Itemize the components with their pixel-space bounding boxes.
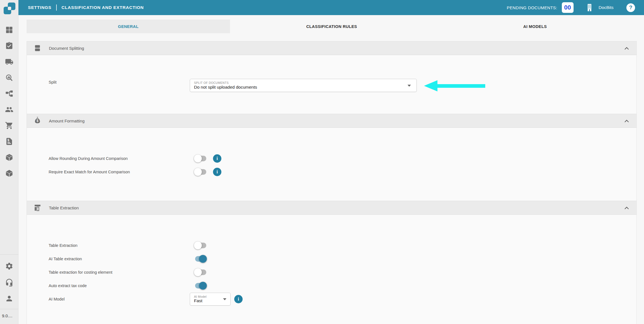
docbits-logo-icon[interactable] [4,3,15,14]
setting-row: Require Exact Match for Amount Compariso… [27,165,636,179]
purchase-cart-icon[interactable] [5,121,13,130]
splitscreen-icon [33,44,42,52]
brand-name[interactable]: DocBits [599,5,614,10]
setting-label: Auto extract tax code [49,283,87,288]
require-exact-match-toggle[interactable] [194,168,207,176]
split-field-label: Split [49,80,56,84]
breadcrumb: SETTINGS CLASSIFICATION AND EXTRACTION [28,4,144,11]
info-icon[interactable]: i [234,295,243,303]
section-body-document-splitting: Split SPLIT OF DOCUMENTS Do not split up… [27,55,636,114]
setting-row: AI Table extraction [27,252,636,266]
topbar: SETTINGS CLASSIFICATION AND EXTRACTION P… [18,0,644,15]
table-extraction-toggle[interactable] [194,242,207,249]
collapse-chevron-up-icon[interactable] [623,204,630,212]
allow-rounding-toggle[interactable] [194,155,207,162]
select-floating-label: AI Model [194,295,207,298]
chevron-down-icon [408,85,411,87]
tab-general[interactable]: GENERAL [27,20,230,33]
setting-row: Table Extraction [27,239,636,252]
search-analytics-icon[interactable] [5,74,13,82]
annotation-arrow-left-icon [424,80,485,91]
setting-row: Auto extract tax code [27,279,636,292]
pending-documents-label: PENDING DOCUMENTS: [507,5,557,10]
section-title: Table Extraction [49,205,79,210]
sidebar-divider [0,254,18,255]
ai-table-extraction-toggle[interactable] [194,255,207,263]
organization-building-icon[interactable] [586,3,593,12]
breadcrumb-settings[interactable]: SETTINGS [28,5,51,10]
settings-sections: Document Splitting Split SPLIT OF DOCUME… [27,41,637,324]
select-floating-label: SPLIT OF DOCUMENTS [194,81,229,84]
setting-row: Table extraction for costing element [27,266,636,279]
package-icon[interactable] [5,153,13,162]
section-title: Amount Formatting [49,119,85,123]
svg-text:$: $ [37,119,39,123]
setting-label: Allow Rounding During Amount Comparison [49,156,128,161]
costing-element-extraction-toggle[interactable] [194,268,207,276]
ai-model-field-label: AI Model [49,297,65,301]
profile-person-icon[interactable] [5,294,13,303]
settings-tabs: GENERAL CLASSIFICATION RULES AI MODELS [27,20,637,33]
setting-row: AI Model AI Model Fast i [27,292,636,306]
svg-text:$: $ [8,138,10,142]
chevron-down-icon [223,298,226,300]
workflow-icon[interactable] [5,89,13,98]
setting-label: Require Exact Match for Amount Compariso… [49,170,130,174]
setting-label: Table Extraction [49,243,77,248]
money-bag-icon: $ [33,117,42,125]
dashboard-icon[interactable] [5,26,13,34]
setting-row: Allow Rounding During Amount Comparison … [27,152,636,165]
topbar-actions: PENDING DOCUMENTS: 00 DocBits ? [507,2,635,13]
section-header-table-extraction[interactable]: Table Extraction [27,201,636,215]
section-body-amount-formatting: Allow Rounding During Amount Comparison … [27,128,636,201]
breadcrumb-divider [56,4,57,11]
support-headset-icon[interactable] [5,278,13,287]
package-alt-icon[interactable] [5,169,13,178]
app-version: 9.0.... [2,313,13,318]
shipping-icon[interactable] [5,58,13,66]
collapse-chevron-up-icon[interactable] [623,117,630,125]
ai-model-select[interactable]: AI Model Fast [190,293,231,306]
tab-ai-models[interactable]: AI MODELS [433,20,637,33]
users-icon[interactable] [5,105,13,114]
page-title: CLASSIFICATION AND EXTRACTION [61,5,144,10]
table-chart-icon [33,204,42,212]
sidebar: $ 9.0.... [0,0,18,324]
tab-classification-rules[interactable]: CLASSIFICATION RULES [230,20,434,33]
section-header-amount-formatting[interactable]: $ Amount Formatting [27,114,636,128]
help-icon[interactable]: ? [626,3,635,12]
settings-gear-icon[interactable] [5,262,13,270]
setting-label: Table extraction for costing element [49,270,112,275]
select-value: Do not split uploaded documents [194,85,257,90]
classification-extraction-settings-page: { "colors": { "topbar_teal": "#2b89a9", … [0,0,644,324]
section-body-table-extraction: Table Extraction AI Table extraction Tab… [27,215,636,324]
tasks-icon[interactable] [5,42,13,50]
section-title: Document Splitting [49,46,84,51]
invoice-icon[interactable]: $ [5,137,13,146]
sidebar-nav: $ [0,26,18,178]
sidebar-divider [0,309,18,309]
info-icon[interactable]: i [213,154,221,163]
select-value: Fast [194,298,202,303]
split-of-documents-select[interactable]: SPLIT OF DOCUMENTS Do not split uploaded… [190,79,417,92]
pending-documents-count-badge[interactable]: 00 [562,2,574,13]
collapse-chevron-up-icon[interactable] [623,45,630,52]
section-header-document-splitting[interactable]: Document Splitting [27,41,636,55]
auto-extract-tax-code-toggle[interactable] [194,282,207,290]
info-icon[interactable]: i [213,168,221,176]
setting-label: AI Table extraction [49,257,82,261]
